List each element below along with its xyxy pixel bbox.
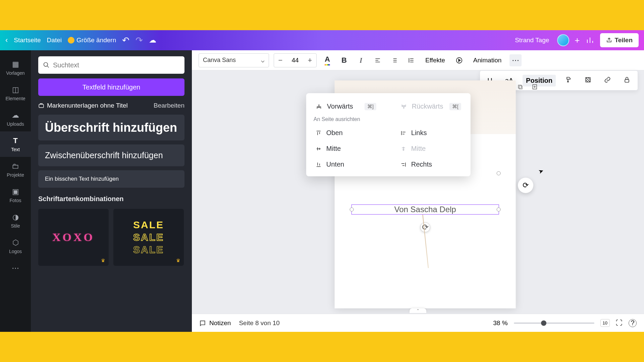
selected-text-element[interactable]: Von Sascha Delp ⟳: [352, 204, 499, 215]
animation-button[interactable]: Animation: [470, 55, 505, 66]
svg-rect-1: [39, 104, 44, 108]
add-page-icon[interactable]: [530, 82, 540, 92]
redo-icon[interactable]: ↷: [136, 35, 143, 46]
shortcut-label: ⌘]: [365, 103, 376, 110]
nav-logos[interactable]: ⬡Logos: [0, 233, 31, 259]
font-family-select[interactable]: Canva Sans ⌵: [199, 53, 269, 67]
cursor-icon: ➤: [537, 167, 545, 176]
font-combos-label: Schriftartenkombinationen: [38, 195, 184, 203]
position-popup: Vorwärts ⌘] Rückwärts ⌘[ An Seite ausric…: [306, 93, 471, 176]
shortcut-label: ⌘[: [449, 103, 461, 110]
document-title[interactable]: Strand Tage: [515, 37, 549, 44]
resize-handle-left[interactable]: [350, 207, 354, 212]
font-size-value[interactable]: 44: [287, 57, 304, 64]
bold-button[interactable]: B: [338, 54, 350, 66]
share-button[interactable]: Teilen: [600, 33, 639, 47]
font-size-increase[interactable]: +: [304, 54, 316, 67]
resize-handle-right[interactable]: [497, 207, 501, 212]
search-input[interactable]: [53, 61, 180, 69]
nav-more[interactable]: ⋯: [0, 259, 31, 278]
align-middle-h-button: Mitte: [398, 142, 463, 155]
resize-label: Größe ändern: [76, 37, 116, 44]
text-color-button[interactable]: A: [321, 54, 333, 66]
add-textbox-button[interactable]: Textfeld hinzufügen: [38, 78, 184, 96]
lock-icon[interactable]: [620, 74, 634, 87]
font-size-group: − 44 +: [274, 53, 317, 67]
duplicate-page-icon[interactable]: ⧉: [515, 82, 525, 92]
nav-elements[interactable]: ◫Elemente: [0, 80, 31, 106]
side-panel: Textfeld hinzufügen Markenunterlagen ohn…: [31, 50, 192, 332]
align-left-button[interactable]: Links: [398, 126, 463, 139]
align-top-button[interactable]: Oben: [314, 126, 378, 139]
premium-crown-icon: ♛: [101, 258, 105, 263]
rotate-handle[interactable]: ⟳: [420, 222, 430, 232]
share-label: Teilen: [615, 37, 633, 44]
brand-docs-link[interactable]: Markenunterlagen ohne Titel: [38, 102, 128, 109]
font-size-decrease[interactable]: −: [274, 54, 287, 67]
file-menu[interactable]: Datei: [47, 37, 62, 44]
grid-view-button[interactable]: 10: [600, 319, 610, 327]
add-subheading-card[interactable]: Zwischenüberschrift hinzufügen: [38, 144, 184, 166]
chevron-down-icon: ⌵: [261, 57, 265, 64]
undo-icon[interactable]: ↶: [122, 35, 129, 46]
spacing-button[interactable]: [405, 54, 417, 66]
text-toolbar: Canva Sans ⌵ − 44 + A B I: [192, 50, 644, 70]
align-right-button[interactable]: Rechts: [398, 158, 463, 171]
help-icon[interactable]: ?: [629, 319, 637, 327]
link-icon[interactable]: [601, 74, 614, 87]
style-copy-icon[interactable]: [562, 74, 575, 87]
svg-rect-4: [625, 79, 629, 82]
layer-forward-button[interactable]: Vorwärts ⌘]: [314, 100, 378, 113]
animation-icon[interactable]: [453, 54, 465, 66]
premium-crown-icon: ♛: [176, 258, 180, 263]
home-link[interactable]: Startseite: [14, 37, 41, 44]
align-bottom-button[interactable]: Unten: [314, 158, 378, 171]
list-button[interactable]: [388, 54, 400, 66]
nav-rail: ▦Vorlagen ◫Elemente ☁Uploads TText 🗀Proj…: [0, 50, 31, 332]
fullscreen-icon[interactable]: ⛶: [616, 319, 623, 327]
top-toolbar: ‹ Startseite Datei Größe ändern ↶ ↷ ☁ St…: [0, 30, 644, 50]
edit-brand-link[interactable]: Bearbeiten: [154, 102, 184, 109]
add-body-card[interactable]: Ein bisschen Text hinzufügen: [38, 170, 184, 188]
page-indicator[interactable]: Seite 8 von 10: [239, 319, 279, 327]
combo-card-sale[interactable]: SALE SALE SALE ♛: [113, 209, 184, 266]
nav-text[interactable]: TText: [0, 131, 31, 157]
expand-pages-button[interactable]: ⌃: [410, 308, 426, 313]
align-button[interactable]: [372, 54, 384, 66]
canvas-area: Canva Sans ⌵ − 44 + A B I: [192, 50, 644, 332]
bottom-bar: Notizen Seite 8 von 10 38 % 10 ⛶ ?: [192, 314, 644, 332]
svg-point-0: [44, 63, 48, 67]
italic-button[interactable]: I: [355, 54, 367, 66]
nav-styles[interactable]: ◑Stile: [0, 208, 31, 233]
nav-templates[interactable]: ▦Vorlagen: [0, 55, 31, 80]
add-collaborator-icon[interactable]: +: [575, 35, 580, 46]
align-middle-v-button[interactable]: Mitte: [314, 142, 378, 155]
zoom-thumb[interactable]: [541, 320, 546, 326]
effects-button[interactable]: Effekte: [422, 55, 448, 66]
page-tools: ⧉: [515, 82, 540, 92]
analytics-icon[interactable]: [585, 36, 595, 45]
nav-uploads[interactable]: ☁Uploads: [0, 106, 31, 131]
back-icon[interactable]: ‹: [5, 36, 8, 45]
resize-button[interactable]: Größe ändern: [68, 37, 116, 44]
refresh-fab[interactable]: ⟳: [518, 178, 533, 193]
briefcase-icon: [38, 103, 44, 109]
search-icon: [43, 62, 50, 68]
avatar[interactable]: [557, 34, 569, 46]
combo-card-xoxo[interactable]: XOXO ♛: [38, 209, 109, 266]
nav-projects[interactable]: 🗀Projekte: [0, 157, 31, 182]
resize-handle-top-right[interactable]: [497, 171, 501, 175]
more-button[interactable]: ⋯: [509, 54, 522, 66]
align-section-label: An Seite ausrichten: [314, 116, 463, 122]
search-input-wrap[interactable]: [38, 56, 184, 74]
add-heading-card[interactable]: Überschrift hinzufügen: [38, 115, 184, 140]
zoom-slider[interactable]: [514, 322, 594, 324]
notes-button[interactable]: Notizen: [199, 319, 231, 327]
layer-backward-button: Rückwärts ⌘[: [398, 100, 463, 113]
transparency-icon[interactable]: [581, 74, 595, 87]
cloud-sync-icon[interactable]: ☁: [149, 36, 156, 45]
zoom-value[interactable]: 38 %: [493, 319, 507, 327]
nav-photos[interactable]: ▣Fotos: [0, 182, 31, 208]
